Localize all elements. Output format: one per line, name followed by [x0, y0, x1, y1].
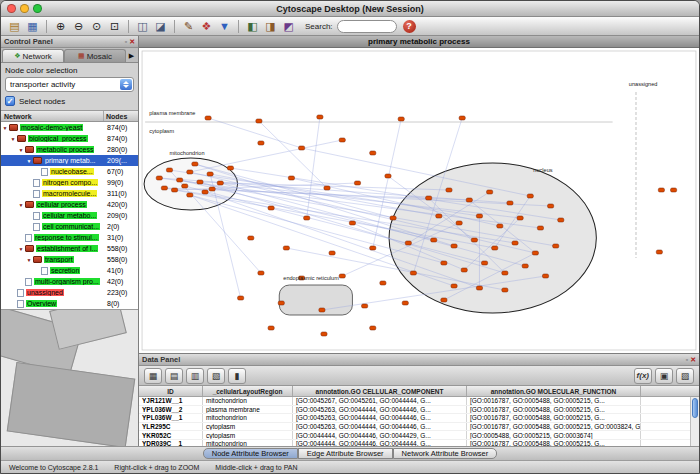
graph-node[interactable] — [207, 172, 213, 176]
graph-node[interactable] — [517, 216, 523, 220]
tree-row[interactable]: nucleobase...67(0) — [1, 166, 138, 177]
tab-network-attribute-browser[interactable]: Network Attribute Browser — [393, 448, 498, 459]
graph-node[interactable] — [370, 326, 376, 330]
color-attribute-select[interactable]: transporter activity — [5, 77, 134, 92]
graph-node[interactable] — [542, 274, 548, 278]
graph-node[interactable] — [451, 244, 457, 248]
graph-node[interactable] — [656, 250, 662, 254]
tree-expand-icon[interactable]: ▼ — [17, 246, 25, 252]
tree-row[interactable]: ▼transport558(0) — [1, 254, 138, 265]
mosaic-overview-thumbnail[interactable] — [1, 309, 138, 446]
graph-node[interactable] — [482, 261, 488, 265]
graph-node[interactable] — [459, 116, 465, 120]
graph-node[interactable] — [405, 241, 411, 245]
graph-node[interactable] — [278, 301, 284, 305]
tree-row[interactable]: ▼metabolic process280(0) — [1, 144, 138, 155]
graph-node[interactable] — [431, 238, 437, 242]
graph-node[interactable] — [304, 216, 310, 220]
graph-node[interactable] — [370, 246, 376, 250]
graph-node[interactable] — [502, 288, 508, 292]
graph-node[interactable] — [527, 194, 533, 198]
graph-node[interactable] — [319, 308, 325, 312]
graph-node[interactable] — [268, 206, 274, 210]
graph-node[interactable] — [329, 251, 335, 255]
graph-node[interactable] — [197, 180, 203, 184]
tree-row[interactable]: ▼biological_process874(0) — [1, 133, 138, 144]
graph-node[interactable] — [548, 204, 554, 208]
tab-edge-attribute-browser[interactable]: Edge Attribute Browser — [298, 448, 393, 459]
graph-node[interactable] — [321, 332, 327, 336]
graph-node[interactable] — [426, 196, 432, 200]
graph-node[interactable] — [258, 141, 264, 145]
select-nodes-checkbox[interactable]: ✓ — [5, 96, 15, 106]
search-input[interactable] — [337, 20, 397, 33]
save-session-icon[interactable]: ▦ — [24, 19, 41, 34]
tree-row[interactable]: nitrogen compo...99(0) — [1, 177, 138, 188]
minimize-window-icon[interactable] — [20, 4, 29, 13]
zoom-out-icon[interactable]: ⊖ — [70, 19, 87, 34]
graph-node[interactable] — [522, 264, 528, 268]
graph-node[interactable] — [187, 193, 193, 197]
graph-node[interactable] — [238, 296, 244, 300]
tab-mosaic[interactable]: ▦ Mosaic — [64, 49, 126, 62]
control-panel-toggle-icon[interactable]: ◧ — [244, 19, 261, 34]
graph-node[interactable] — [410, 271, 416, 275]
tree-header-network[interactable]: Network — [1, 111, 104, 121]
graph-node[interactable] — [497, 224, 503, 228]
scrollbar-thumb[interactable] — [692, 398, 698, 418]
graph-node[interactable] — [177, 178, 183, 182]
graph-node[interactable] — [441, 261, 447, 265]
graph-node[interactable] — [362, 304, 368, 308]
graph-node[interactable] — [217, 181, 223, 185]
copy-attribute-icon[interactable]: ▥ — [186, 368, 204, 384]
import-network-icon[interactable]: ▤ — [6, 19, 23, 34]
graph-node[interactable] — [390, 216, 396, 220]
graph-node[interactable] — [268, 326, 274, 330]
graph-node[interactable] — [385, 174, 391, 178]
import-attributes-icon[interactable]: ▣ — [655, 368, 673, 384]
graph-node[interactable] — [182, 184, 188, 188]
graph-node[interactable] — [476, 286, 482, 290]
graph-node[interactable] — [187, 170, 193, 174]
tree-header-nodes[interactable]: Nodes — [104, 111, 138, 121]
graph-node[interactable] — [537, 226, 543, 230]
tab-overflow-icon[interactable]: ▶ — [126, 49, 137, 62]
tree-expand-icon[interactable]: ▼ — [1, 125, 9, 131]
float-panel-icon[interactable]: ▫ — [686, 356, 688, 364]
graph-node[interactable] — [349, 221, 355, 225]
float-panel-icon[interactable]: ▫ — [125, 38, 127, 46]
tree-row[interactable]: macromolecule...311(0) — [1, 188, 138, 199]
close-window-icon[interactable] — [7, 4, 16, 13]
graph-node[interactable] — [166, 168, 172, 172]
zoom-selected-icon[interactable]: ⊙ — [88, 19, 105, 34]
trash-icon[interactable]: ▮ — [228, 368, 246, 384]
tree-row[interactable]: unassigned223(0) — [1, 287, 138, 298]
table-row[interactable]: YJR121W__1mitochondrion[GO:0045267, GO:0… — [139, 397, 699, 406]
close-panel-icon[interactable]: ✕ — [690, 356, 696, 364]
select-attributes-icon[interactable]: ▦ — [144, 368, 162, 384]
tab-node-attribute-browser[interactable]: Node Attribute Browser — [203, 448, 298, 459]
tree-row[interactable]: ▼primary metab...209(... — [1, 155, 138, 166]
tree-row[interactable]: response to stimul...31(0) — [1, 232, 138, 243]
tree-row[interactable]: multi-organism pro...42(0) — [1, 276, 138, 287]
graph-node[interactable] — [487, 190, 493, 194]
help-icon[interactable]: ? — [403, 20, 416, 33]
tree-row[interactable]: ▼cellular process420(0) — [1, 199, 138, 210]
graph-node[interactable] — [502, 271, 508, 275]
column-header[interactable]: _cellularLayoutRegion — [203, 386, 293, 396]
tree-row[interactable]: cell communicat...2(0) — [1, 221, 138, 232]
network-canvas[interactable]: plasma membranecytoplasmmitochondrionnuc… — [139, 48, 699, 353]
graph-node[interactable] — [402, 301, 408, 305]
graph-node[interactable] — [532, 251, 538, 255]
graph-node[interactable] — [288, 176, 294, 180]
column-header[interactable]: ID — [139, 386, 203, 396]
vizmapper-icon[interactable]: ❖ — [198, 19, 215, 34]
graph-node[interactable] — [507, 201, 513, 205]
tree-expand-icon[interactable]: ▼ — [25, 158, 33, 164]
filter-icon[interactable]: ▼ — [216, 19, 233, 34]
graph-node[interactable] — [461, 268, 467, 272]
graph-node[interactable] — [339, 274, 345, 278]
new-network-from-selection-icon[interactable]: ◪ — [152, 19, 169, 34]
tree-row[interactable]: ▼mosaic-demo-yeast874(0) — [1, 122, 138, 133]
graph-node[interactable] — [227, 166, 233, 170]
